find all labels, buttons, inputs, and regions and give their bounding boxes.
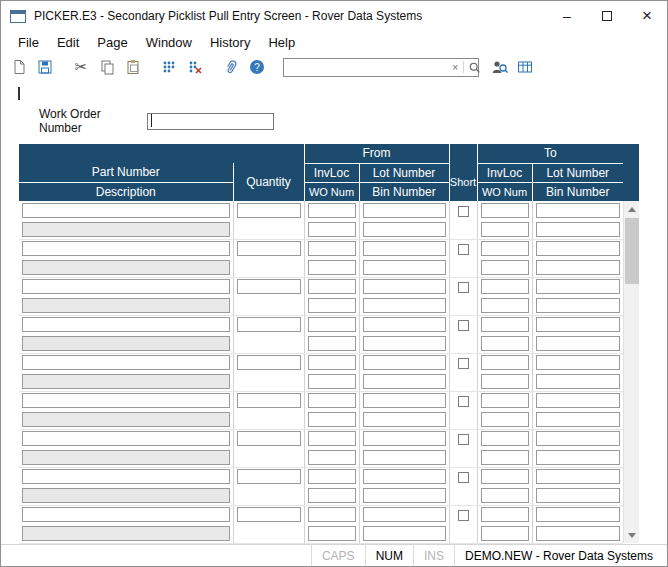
to-lot-number-input[interactable] — [536, 393, 621, 408]
from-wo-num-input[interactable] — [308, 222, 356, 237]
quantity-input[interactable] — [237, 355, 301, 370]
from-bin-number-input[interactable] — [363, 526, 446, 541]
short-checkbox[interactable] — [458, 434, 469, 445]
paste-icon[interactable] — [121, 56, 145, 78]
description-input[interactable] — [22, 450, 230, 465]
from-bin-number-input[interactable] — [363, 298, 446, 313]
to-bin-number-input[interactable] — [536, 374, 621, 389]
short-checkbox[interactable] — [458, 244, 469, 255]
to-lot-number-input[interactable] — [536, 431, 621, 446]
from-bin-number-input[interactable] — [363, 488, 446, 503]
short-checkbox[interactable] — [458, 510, 469, 521]
description-input[interactable] — [22, 526, 230, 541]
grid-delete-icon[interactable] — [183, 56, 207, 78]
to-wo-num-input[interactable] — [481, 488, 529, 503]
menu-edit[interactable]: Edit — [48, 33, 88, 52]
to-invloc-input[interactable] — [481, 431, 529, 446]
to-lot-number-input[interactable] — [536, 279, 621, 294]
quantity-input[interactable] — [237, 317, 301, 332]
menu-file[interactable]: File — [9, 33, 48, 52]
from-wo-num-input[interactable] — [308, 336, 356, 351]
from-invloc-input[interactable] — [308, 507, 356, 522]
to-lot-number-input[interactable] — [536, 507, 621, 522]
from-invloc-input[interactable] — [308, 355, 356, 370]
to-bin-number-input[interactable] — [536, 412, 621, 427]
cut-icon[interactable]: ✂ — [69, 56, 93, 78]
to-wo-num-input[interactable] — [481, 526, 529, 541]
search-icon[interactable] — [464, 61, 485, 74]
search-input[interactable] — [284, 60, 447, 75]
vertical-scrollbar[interactable] — [623, 201, 639, 543]
from-wo-num-input[interactable] — [308, 260, 356, 275]
from-wo-num-input[interactable] — [308, 526, 356, 541]
from-invloc-input[interactable] — [308, 317, 356, 332]
to-invloc-input[interactable] — [481, 469, 529, 484]
description-input[interactable] — [22, 336, 230, 351]
to-invloc-input[interactable] — [481, 279, 529, 294]
menu-page[interactable]: Page — [88, 33, 136, 52]
from-wo-num-input[interactable] — [308, 412, 356, 427]
to-bin-number-input[interactable] — [536, 450, 621, 465]
menu-help[interactable]: Help — [259, 33, 304, 52]
quantity-input[interactable] — [237, 203, 301, 218]
part-number-input[interactable] — [22, 355, 230, 370]
from-wo-num-input[interactable] — [308, 488, 356, 503]
part-number-input[interactable] — [22, 431, 230, 446]
minimize-button[interactable]: – — [547, 1, 587, 31]
to-bin-number-input[interactable] — [536, 488, 621, 503]
from-wo-num-input[interactable] — [308, 374, 356, 389]
to-invloc-input[interactable] — [481, 317, 529, 332]
description-input[interactable] — [22, 298, 230, 313]
quantity-input[interactable] — [237, 469, 301, 484]
from-bin-number-input[interactable] — [363, 412, 446, 427]
to-invloc-input[interactable] — [481, 203, 529, 218]
grid-lookup-icon[interactable] — [157, 56, 181, 78]
to-lot-number-input[interactable] — [536, 241, 621, 256]
description-input[interactable] — [22, 260, 230, 275]
to-bin-number-input[interactable] — [536, 222, 621, 237]
part-number-input[interactable] — [22, 241, 230, 256]
work-order-input[interactable] — [147, 113, 274, 130]
menu-window[interactable]: Window — [137, 33, 201, 52]
quantity-input[interactable] — [237, 431, 301, 446]
from-invloc-input[interactable] — [308, 393, 356, 408]
from-bin-number-input[interactable] — [363, 336, 446, 351]
to-wo-num-input[interactable] — [481, 260, 529, 275]
to-lot-number-input[interactable] — [536, 317, 621, 332]
from-bin-number-input[interactable] — [363, 374, 446, 389]
from-bin-number-input[interactable] — [363, 222, 446, 237]
to-lot-number-input[interactable] — [536, 469, 621, 484]
quantity-input[interactable] — [237, 507, 301, 522]
to-wo-num-input[interactable] — [481, 374, 529, 389]
from-lot-number-input[interactable] — [363, 203, 446, 218]
short-checkbox[interactable] — [458, 472, 469, 483]
help-icon[interactable]: ? — [245, 56, 269, 78]
part-number-input[interactable] — [22, 393, 230, 408]
to-invloc-input[interactable] — [481, 393, 529, 408]
scroll-down-icon[interactable] — [624, 527, 640, 543]
from-lot-number-input[interactable] — [363, 317, 446, 332]
scrollbar-thumb[interactable] — [625, 218, 639, 284]
part-number-input[interactable] — [22, 469, 230, 484]
from-invloc-input[interactable] — [308, 279, 356, 294]
to-invloc-input[interactable] — [481, 355, 529, 370]
short-checkbox[interactable] — [458, 206, 469, 217]
to-wo-num-input[interactable] — [481, 298, 529, 313]
from-invloc-input[interactable] — [308, 203, 356, 218]
user-search-icon[interactable] — [487, 56, 511, 78]
attachment-icon[interactable] — [219, 56, 243, 78]
from-bin-number-input[interactable] — [363, 260, 446, 275]
from-wo-num-input[interactable] — [308, 298, 356, 313]
to-bin-number-input[interactable] — [536, 336, 621, 351]
quantity-input[interactable] — [237, 279, 301, 294]
new-document-icon[interactable] — [7, 56, 31, 78]
from-invloc-input[interactable] — [308, 241, 356, 256]
part-number-input[interactable] — [22, 203, 230, 218]
to-wo-num-input[interactable] — [481, 412, 529, 427]
to-lot-number-input[interactable] — [536, 355, 621, 370]
maximize-button[interactable] — [587, 1, 627, 31]
copy-icon[interactable] — [95, 56, 119, 78]
short-checkbox[interactable] — [458, 396, 469, 407]
to-invloc-input[interactable] — [481, 507, 529, 522]
from-lot-number-input[interactable] — [363, 355, 446, 370]
